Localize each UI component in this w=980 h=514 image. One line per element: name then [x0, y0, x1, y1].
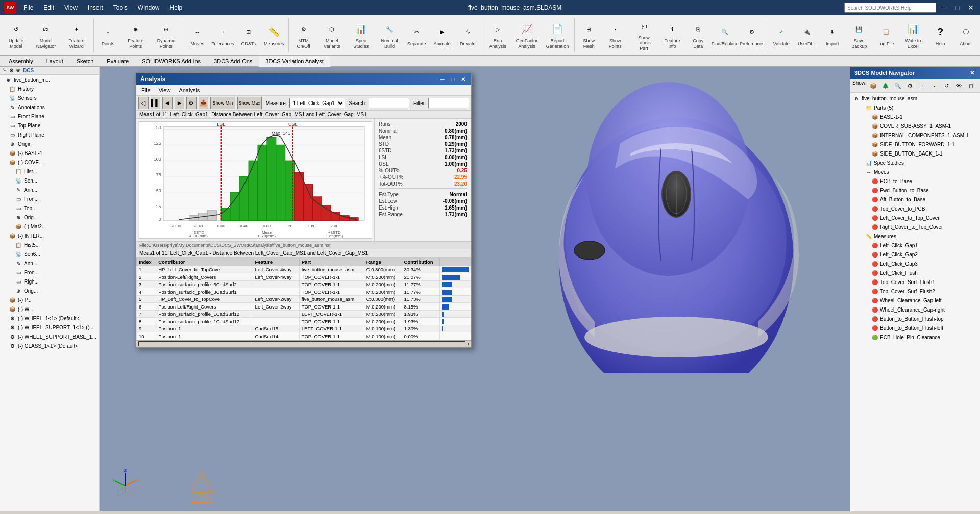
tree-item[interactable]: 📦(-) BASE-1: [0, 148, 99, 158]
nav-item[interactable]: 📁Parts (5): [851, 103, 979, 112]
nav-item[interactable]: 📊Spec Studies: [851, 158, 979, 167]
feature-points-button[interactable]: ⊕ Feature Points: [121, 16, 150, 54]
nav-item[interactable]: 🔴Button_to_Button_Flush-left: [851, 323, 979, 332]
nav-item[interactable]: 🔴Left_Click_Gap2: [851, 250, 979, 259]
geofactor-button[interactable]: 📈 GeoFactor Analysis: [512, 16, 542, 54]
tree-item[interactable]: 📦(-) INTER...: [0, 231, 99, 240]
tab-sw-addins[interactable]: SOLIDWORKS Add-Ins: [135, 56, 207, 66]
nav-item[interactable]: 🟢PCB_Hole_Pin_Clearance: [851, 332, 979, 342]
table-row[interactable]: 6 Position-Left/Right_Covers Left_Cover-…: [137, 303, 471, 310]
nav-item[interactable]: 🔴Wheel_Clearance_Gap-left: [851, 296, 979, 305]
points-button[interactable]: · Points: [95, 16, 120, 54]
tree-tab-config[interactable]: ⚙: [9, 68, 14, 73]
menu-help[interactable]: Help: [167, 3, 186, 12]
filter-field[interactable]: [428, 98, 469, 108]
tree-item[interactable]: ▭Righ...: [0, 277, 99, 286]
nav-item[interactable]: 🔴Wheel_Clearance_Gap-right: [851, 305, 979, 314]
separate-button[interactable]: ✂ Separate: [404, 16, 429, 54]
measures-button[interactable]: 📏 Measures: [262, 16, 286, 54]
table-row[interactable]: 9 Position_1 CadSurf15 LEFT_COVER-1-1 M:…: [137, 325, 471, 332]
menu-edit[interactable]: Edit: [40, 3, 57, 12]
run-analysis-button[interactable]: ▷ Run Analysis: [484, 16, 511, 54]
nav-btn-parts[interactable]: 📦: [868, 80, 879, 91]
nav-minimize-button[interactable]: ─: [958, 69, 966, 77]
tree-item[interactable]: 🖱five_button_m...: [0, 75, 99, 84]
nav-item[interactable]: 📏Measures: [851, 232, 979, 241]
nav-item[interactable]: 🔴Fwd_Button_to_Base: [851, 186, 979, 195]
search-input[interactable]: [844, 3, 936, 13]
tree-item[interactable]: ⊕Orig...: [0, 213, 99, 222]
model-variants-button[interactable]: ⬡ Model Variants: [317, 16, 347, 54]
tree-item[interactable]: 📡Sensors: [0, 93, 99, 102]
tolerances-button[interactable]: ± Tolerances: [211, 16, 235, 54]
copy-data-button[interactable]: ⎘ Copy Data: [686, 16, 710, 54]
minimize-button[interactable]: ─: [939, 3, 949, 13]
show-max-button[interactable]: Show Max: [237, 97, 262, 109]
dialog-menu-view[interactable]: View: [156, 86, 174, 94]
update-model-button[interactable]: ↺ Update Model: [2, 16, 30, 54]
nav-item[interactable]: 📦SIDE_BUTTON_BACK_1-1: [851, 149, 979, 158]
tree-item[interactable]: 📦(-) W...: [0, 304, 99, 314]
mtm-button[interactable]: ⚙ MTM On/Off: [291, 16, 316, 54]
tree-item[interactable]: ▭Top...: [0, 203, 99, 213]
menu-insert[interactable]: Insert: [85, 3, 106, 12]
table-row[interactable]: 4 Position_surfacic_profile_3CadSurf1 TO…: [137, 288, 471, 295]
horizontal-scrollbar[interactable]: [138, 341, 465, 346]
menu-tools[interactable]: Tools: [110, 3, 131, 12]
toolbar-bar-chart-button[interactable]: ▌▌: [151, 97, 161, 109]
toolbar-right-arrow[interactable]: ►: [175, 97, 185, 109]
nav-item[interactable]: 🔴Left_Click_Flush: [851, 268, 979, 277]
tree-item[interactable]: 📡Sen...: [0, 176, 99, 185]
tree-item[interactable]: ▭Top Plane: [0, 121, 99, 130]
nav-item[interactable]: 🔴Left_Click_Gap1: [851, 241, 979, 250]
nav-item[interactable]: 🔴Aft_Button_to_Base: [851, 195, 979, 204]
tree-item[interactable]: 📋History: [0, 84, 99, 93]
tree-tab-display[interactable]: 👁: [16, 68, 21, 73]
nav-item[interactable]: 📦COVER_SUB-ASSY_1_ASM-1: [851, 121, 979, 131]
menu-window[interactable]: Window: [135, 3, 163, 12]
dialog-close-button[interactable]: ✕: [459, 75, 467, 83]
tree-item[interactable]: 📦(-) Mat2...: [0, 222, 99, 231]
moves-button[interactable]: ↔ Moves: [185, 16, 210, 54]
tree-item[interactable]: ✎Ann...: [0, 259, 99, 268]
nav-btn-tree[interactable]: 🌲: [880, 80, 891, 91]
tree-item[interactable]: 📡Sen6...: [0, 249, 99, 259]
nav-btn-view1[interactable]: 👁: [953, 80, 965, 91]
tree-item[interactable]: 📦(-) COVE...: [0, 158, 99, 167]
table-row[interactable]: 8 Position_surfacic_profile_1CadSurf17 T…: [137, 318, 471, 325]
model-navigator-button[interactable]: 🗂 Model Navigator: [31, 16, 61, 54]
nav-btn-view2[interactable]: ◻: [966, 80, 977, 91]
tree-item[interactable]: ✎Annotations: [0, 102, 99, 112]
table-row[interactable]: 7 Position_surfacic_profile_1CadSurf12 L…: [137, 310, 471, 317]
dialog-restore-button[interactable]: □: [449, 75, 457, 83]
measure-select[interactable]: 1 Left_Click_Gap1: [289, 98, 345, 108]
deviate-button[interactable]: ∿ Deviate: [455, 16, 480, 54]
about-button[interactable]: ⓘ About: [953, 16, 978, 54]
dynamic-points-button[interactable]: ⊛ Dynamic Points: [151, 16, 181, 54]
find-replace-button[interactable]: 🔍 Find/Replace: [712, 16, 739, 54]
menu-file[interactable]: File: [20, 3, 36, 12]
nav-item[interactable]: 🔴Top_Cover_Surf_Flush2: [851, 287, 979, 296]
menu-view[interactable]: View: [61, 3, 81, 12]
tree-item[interactable]: ✎Ann...: [0, 185, 99, 194]
nav-item[interactable]: 🔴Right_Cover_to_Top_Cover: [851, 222, 979, 232]
toolbar-left-arrow[interactable]: ◄: [162, 97, 173, 109]
table-row[interactable]: 1 HP_Left_Cover_to_TopCove Left_Cover-4w…: [137, 266, 471, 273]
table-row[interactable]: 5 HP_Left_Cover_to_TopCove Left_Cover-2w…: [137, 295, 471, 302]
userdll-button[interactable]: 🔌 UserDLL: [795, 16, 819, 54]
nav-btn-expand[interactable]: +: [917, 80, 928, 91]
show-mesh-button[interactable]: ⊞ Show Mesh: [577, 16, 601, 54]
tree-tab-dcs[interactable]: DCS: [23, 68, 34, 73]
report-generation-button[interactable]: 📄 Report Generation: [543, 16, 572, 54]
tab-3dcs-variation[interactable]: 3DCS Variation Analyst: [259, 56, 330, 67]
log-file-button[interactable]: 📋 Log File: [874, 16, 898, 54]
tree-item[interactable]: ⚙(-) WHEEL_SUPPORT_1<1> ((...: [0, 323, 99, 332]
nav-btn-settings[interactable]: ⚙: [904, 80, 916, 91]
write-to-excel-button[interactable]: 📊 Write to Excel: [899, 16, 927, 54]
tree-tab-model[interactable]: 🖱: [2, 68, 7, 73]
animate-button[interactable]: ▶ Animate: [430, 16, 454, 54]
validate-button[interactable]: ✓ Validate: [769, 16, 794, 54]
table-row[interactable]: 10 Position_1 CadSurf14 TOP_COVER-1-1 M:…: [137, 332, 471, 340]
tab-layout[interactable]: Layout: [40, 56, 70, 66]
nav-item[interactable]: 🖱five_button_mouse_asm: [851, 94, 979, 103]
